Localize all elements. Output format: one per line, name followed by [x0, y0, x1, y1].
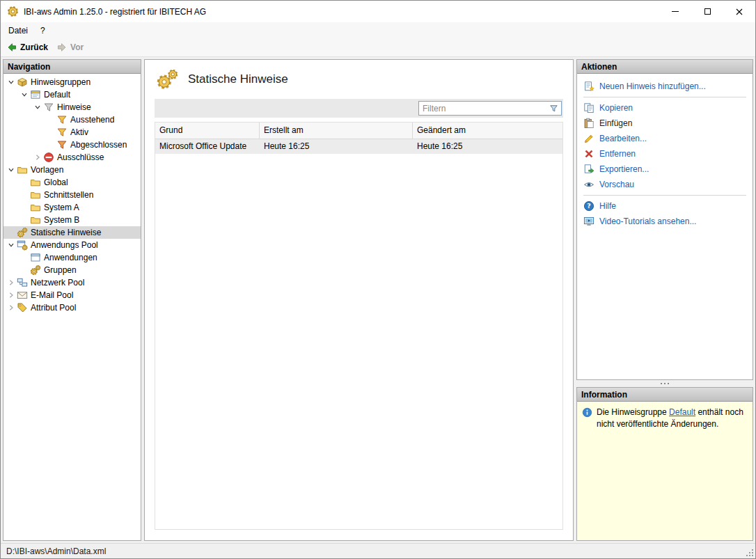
close-button[interactable] [723, 1, 755, 22]
hints-table: GrundErstellt amGeändert am Microsoft Of… [155, 122, 563, 530]
tree-item-label: Default [44, 90, 74, 100]
tree-item-system-a[interactable]: System A [3, 201, 141, 214]
table-cell: Heute 16:25 [413, 139, 564, 154]
pending-filter-icon [56, 114, 68, 125]
groups-icon [30, 265, 41, 276]
minimize-button[interactable] [659, 1, 691, 22]
column-header-grund[interactable]: Grund [155, 123, 260, 139]
tree-item-label: System B [44, 215, 84, 225]
paste-icon [583, 118, 594, 129]
tree-item-netzwerk-pool[interactable]: Netzwerk Pool [3, 276, 141, 289]
tree-item-vorlagen[interactable]: Vorlagen [3, 164, 141, 176]
tree-collapse-icon[interactable] [32, 103, 42, 111]
column-header-geandert-am[interactable]: Geändert am [413, 123, 564, 139]
menu-datei[interactable]: Datei [2, 22, 34, 38]
actions-separator [583, 195, 746, 196]
tree-collapse-icon[interactable] [6, 241, 16, 249]
tree-item-label: Hinweisgruppen [31, 77, 95, 87]
app-window: IBI-aws Admin 1.25.0 - registriert für I… [0, 0, 756, 559]
preview-icon [583, 179, 594, 190]
menubar: Datei ? [1, 22, 755, 38]
completed-filter-icon [56, 139, 68, 150]
action-video-tutorials-ansehen[interactable]: Video-Tutorials ansehen... [583, 214, 746, 229]
applications-icon [30, 252, 41, 263]
action-hilfe[interactable]: ?Hilfe [583, 198, 746, 214]
tree-item-hinweisgruppen[interactable]: Hinweisgruppen [3, 76, 141, 88]
information-text: Die Hinweisgruppe Default enthält noch n… [597, 407, 748, 430]
filter-input[interactable] [419, 104, 549, 113]
tree-indent [19, 253, 29, 262]
action-exportieren[interactable]: Exportieren... [583, 162, 746, 177]
tree-item-label: Anwendungen [44, 253, 102, 262]
tree-item-anwendungs-pool[interactable]: Anwendungs Pool [3, 239, 141, 251]
table-row[interactable]: Microsoft Office UpdateHeute 16:25Heute … [155, 139, 562, 154]
tree-item-system-b[interactable]: System B [3, 214, 141, 226]
default-group-link[interactable]: Default [669, 407, 695, 417]
tree-indent [6, 228, 16, 237]
action-vorschau[interactable]: Vorschau [583, 177, 746, 192]
tree-item-abgeschlossen[interactable]: Abgeschlossen [3, 139, 141, 151]
tree-item-schnittstellen[interactable]: Schnittstellen [3, 189, 141, 201]
filter-box [418, 101, 562, 116]
panel-splitter[interactable] [576, 380, 753, 387]
tree-expand-icon[interactable] [32, 153, 42, 162]
delete-icon [583, 148, 594, 159]
tree-item-default[interactable]: Default [3, 88, 141, 101]
tree-indent [45, 128, 56, 136]
toolbar: Zurück Vor [1, 38, 755, 57]
tree-item-ausschlusse[interactable]: Ausschlüsse [3, 151, 141, 164]
column-header-erstellt-am[interactable]: Erstellt am [260, 123, 413, 139]
tree-item-hinweise[interactable]: Hinweise [3, 101, 141, 113]
tree-expand-icon[interactable] [6, 278, 16, 287]
actions-panel-header: Aktionen [577, 60, 753, 74]
tree-item-aktiv[interactable]: Aktiv [3, 126, 141, 139]
tree-expand-icon[interactable] [6, 304, 16, 312]
filter-funnel-icon[interactable] [549, 103, 559, 113]
action-entfernen[interactable]: Entfernen [583, 146, 746, 162]
tree-collapse-icon[interactable] [19, 90, 29, 99]
tree-item-attribut-pool[interactable]: Attribut Pool [3, 301, 141, 314]
statusbar: D:\IBI-aws\Admin\Data.xml [1, 543, 755, 558]
network-pool-icon [17, 277, 28, 288]
tree-indent [19, 216, 29, 224]
close-icon [736, 8, 743, 15]
action-kopieren[interactable]: Kopieren [583, 100, 746, 116]
menu-help[interactable]: ? [34, 22, 52, 38]
action-neuen-hinweis-hinzufugen[interactable]: Neuen Hinweis hinzufügen... [583, 79, 746, 94]
main-header: Statische Hinweise [145, 60, 573, 97]
status-path: D:\IBI-aws\Admin\Data.xml [6, 546, 106, 556]
content-area: Navigation HinweisgruppenDefaultHinweise… [1, 57, 755, 543]
back-button[interactable]: Zurück [3, 41, 52, 54]
tree-item-anwendungen[interactable]: Anwendungen [3, 251, 141, 264]
action-label: Exportieren... [599, 164, 649, 174]
action-einfugen[interactable]: Einfügen [583, 116, 746, 131]
tree-item-ausstehend[interactable]: Ausstehend [3, 113, 141, 126]
tree-item-label: Hinweise [57, 102, 95, 112]
tree-item-statische-hinweise[interactable]: Statische Hinweise [3, 226, 141, 239]
folder-icon [30, 202, 41, 213]
tree-item-e-mail-pool[interactable]: E-Mail Pool [3, 289, 141, 301]
tree-item-gruppen[interactable]: Gruppen [3, 264, 141, 276]
action-bearbeiten[interactable]: Bearbeiten... [583, 131, 746, 146]
forward-button[interactable]: Vor [53, 41, 87, 54]
tree-item-global[interactable]: Global [3, 176, 141, 189]
navigation-tree: HinweisgruppenDefaultHinweiseAusstehendA… [3, 74, 141, 540]
information-panel: Information Die Hinweisgruppe Default en… [576, 387, 753, 541]
tree-collapse-icon[interactable] [6, 166, 16, 174]
add-note-icon [583, 81, 594, 92]
folder-icon [30, 177, 41, 188]
resize-grip-icon[interactable] [746, 549, 754, 557]
table-cell: Microsoft Office Update [155, 139, 260, 154]
edit-icon [583, 133, 594, 144]
information-body: Die Hinweisgruppe Default enthält noch n… [577, 402, 753, 540]
attribute-pool-icon [17, 302, 28, 313]
tree-expand-icon[interactable] [6, 291, 16, 299]
page-title: Statische Hinweise [188, 72, 288, 86]
tree-collapse-icon[interactable] [6, 78, 16, 86]
maximize-button[interactable] [691, 1, 723, 22]
table-header-row: GrundErstellt amGeändert am [155, 123, 562, 139]
tree-item-label: System A [44, 203, 84, 212]
tree-item-label: Netzwerk Pool [31, 278, 88, 288]
main-panel: Statische Hinweise GrundErstellt amGeänd… [144, 59, 574, 541]
window-controls [659, 1, 755, 22]
